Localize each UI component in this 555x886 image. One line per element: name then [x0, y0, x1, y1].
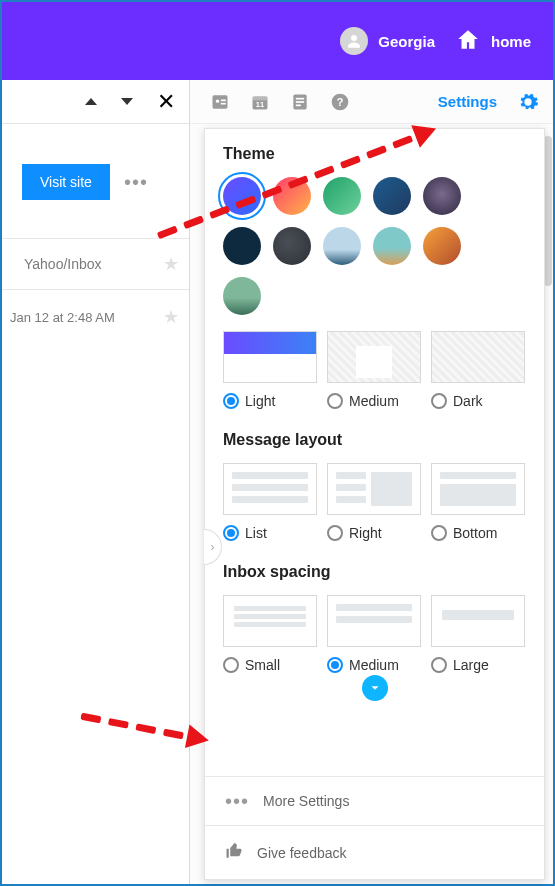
mode-medium[interactable] — [327, 331, 421, 383]
top-bar: Georgia home — [2, 2, 553, 80]
settings-panel: › Theme Light Medium Dark Message layou — [204, 128, 545, 880]
radio-large[interactable]: Large — [431, 657, 525, 673]
spacing-medium[interactable] — [327, 595, 421, 647]
layout-bottom[interactable] — [431, 463, 525, 515]
home-label: home — [491, 33, 531, 50]
svg-rect-4 — [221, 102, 226, 104]
theme-swatch-7[interactable] — [323, 227, 361, 265]
radio-dark[interactable]: Dark — [431, 393, 525, 409]
give-feedback[interactable]: Give feedback — [205, 825, 544, 879]
notes-icon[interactable] — [290, 92, 310, 112]
scrollbar[interactable] — [544, 136, 552, 286]
close-icon[interactable]: ✕ — [157, 89, 175, 115]
star-icon[interactable]: ★ — [163, 253, 179, 275]
avatar-icon — [340, 27, 368, 55]
theme-swatch-4[interactable] — [423, 177, 461, 215]
svg-rect-11 — [296, 104, 301, 106]
message-row[interactable]: Jan 12 at 2:48 AM ★ — [2, 290, 189, 328]
radio-bottom[interactable]: Bottom — [431, 525, 525, 541]
radio-medium[interactable]: Medium — [327, 393, 421, 409]
radio-right[interactable]: Right — [327, 525, 421, 541]
gear-icon[interactable] — [517, 91, 539, 113]
left-column: ✕ Visit site ••• Yahoo/Inbox ★ Jan 12 at… — [2, 80, 190, 884]
help-icon[interactable]: ? — [330, 92, 350, 112]
more-settings[interactable]: ••• More Settings — [205, 776, 544, 825]
next-icon[interactable] — [121, 98, 133, 105]
spacing-large[interactable] — [431, 595, 525, 647]
svg-rect-9 — [296, 97, 304, 99]
calendar-icon[interactable]: 11 — [250, 92, 270, 112]
svg-text:?: ? — [337, 96, 344, 108]
visit-site-button[interactable]: Visit site — [22, 164, 110, 200]
mode-light[interactable] — [223, 331, 317, 383]
settings-link[interactable]: Settings — [438, 93, 497, 110]
svg-text:11: 11 — [256, 100, 264, 109]
theme-swatch-9[interactable] — [423, 227, 461, 265]
svg-point-2 — [216, 99, 219, 102]
radio-spacing-medium[interactable]: Medium — [327, 657, 421, 673]
scroll-down-icon[interactable] — [362, 675, 388, 701]
theme-swatch-5[interactable] — [223, 227, 261, 265]
theme-swatch-10[interactable] — [223, 277, 261, 315]
svg-rect-1 — [213, 95, 228, 108]
layout-title: Message layout — [223, 431, 526, 449]
home-link[interactable]: home — [455, 27, 531, 56]
layout-right[interactable] — [327, 463, 421, 515]
radio-light[interactable]: Light — [223, 393, 317, 409]
layout-list[interactable] — [223, 463, 317, 515]
theme-swatch-6[interactable] — [273, 227, 311, 265]
theme-swatch-3[interactable] — [373, 177, 411, 215]
star-icon[interactable]: ★ — [163, 306, 179, 328]
thumb-icon — [225, 842, 243, 863]
svg-point-0 — [351, 35, 357, 41]
radio-small[interactable]: Small — [223, 657, 317, 673]
user-name: Georgia — [378, 33, 435, 50]
contacts-icon[interactable] — [210, 92, 230, 112]
timestamp: Jan 12 at 2:48 AM — [10, 310, 115, 325]
prev-icon[interactable] — [85, 98, 97, 105]
home-icon — [455, 27, 481, 56]
svg-rect-3 — [221, 99, 226, 101]
radio-list[interactable]: List — [223, 525, 317, 541]
spacing-title: Inbox spacing — [223, 563, 526, 581]
theme-swatch-8[interactable] — [373, 227, 411, 265]
svg-rect-10 — [296, 101, 304, 103]
mode-dark[interactable] — [431, 331, 525, 383]
spacing-small[interactable] — [223, 595, 317, 647]
user-menu[interactable]: Georgia — [340, 27, 435, 55]
inbox-label: Yahoo/Inbox — [24, 256, 102, 272]
